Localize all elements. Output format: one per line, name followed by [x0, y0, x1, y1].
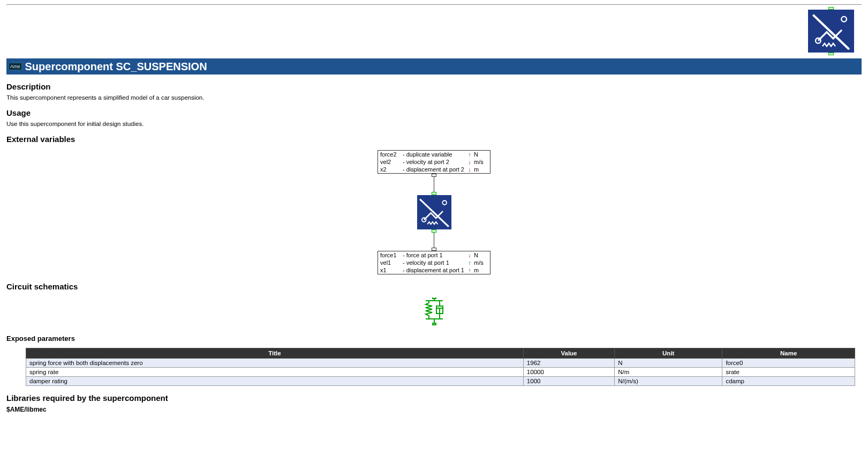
connector-line-icon	[434, 233, 434, 248]
port-connector-bottom-icon	[828, 53, 834, 55]
var-unit: m/s	[473, 159, 488, 165]
circuit-schematic-wrap	[6, 297, 862, 327]
table-row: spring force with both displacements zer…	[26, 359, 855, 368]
cell-value: 10000	[523, 368, 614, 377]
cell-title: spring force with both displacements zer…	[26, 359, 524, 368]
var-sep: -	[403, 259, 406, 266]
th-title: Title	[26, 348, 524, 359]
usage-heading: Usage	[6, 108, 862, 117]
th-value: Value	[523, 348, 614, 359]
var-box-bottom: force1- force at port 1↓Nvel1- velocity …	[378, 251, 490, 274]
cell-unit: N	[615, 359, 722, 368]
var-unit: N	[473, 252, 488, 258]
var-desc: duplicate variable	[406, 151, 466, 158]
cell-title: damper rating	[26, 377, 524, 386]
var-sep: -	[403, 159, 406, 165]
table-header-row: Title Value Unit Name	[26, 348, 855, 359]
direction-arrow-icon: ↑	[466, 267, 473, 273]
direction-arrow-icon: ↑	[466, 151, 473, 158]
var-name: force2	[380, 151, 403, 158]
page-title: Supercomponent SC_SUSPENSION	[25, 61, 207, 73]
var-unit: m	[473, 267, 488, 273]
var-unit: m/s	[473, 259, 488, 266]
title-bar: Ame Supercomponent SC_SUSPENSION	[6, 58, 862, 75]
var-row: x1- displacement at port 1↑m	[378, 266, 490, 274]
var-sep: -	[403, 267, 406, 273]
table-row: damper rating1000N/(m/s)cdamp	[26, 377, 855, 386]
var-desc: velocity at port 2	[406, 159, 466, 165]
cell-title: spring rate	[26, 368, 524, 377]
svg-rect-14	[433, 297, 436, 299]
var-unit: m	[473, 166, 488, 173]
var-unit: N	[473, 151, 488, 158]
direction-arrow-icon: ↑	[466, 259, 473, 266]
direction-arrow-icon: ↓	[466, 159, 473, 165]
cell-name: force0	[722, 359, 855, 368]
direction-arrow-icon: ↓	[466, 166, 473, 173]
cell-name: cdamp	[722, 377, 855, 386]
spring-damper-schematic-icon	[418, 297, 450, 327]
cell-name: srate	[722, 368, 855, 377]
th-name: Name	[722, 348, 855, 359]
var-desc: velocity at port 1	[406, 259, 466, 266]
var-name: x2	[380, 166, 403, 173]
th-unit: Unit	[615, 348, 722, 359]
library-entry: $AME/libmec	[6, 406, 862, 413]
connector-top	[432, 174, 436, 195]
var-row: force1- force at port 1↓N	[378, 251, 490, 259]
suspension-component-icon	[417, 195, 451, 229]
suspension-component-icon	[808, 10, 854, 53]
description-text: This supercomponent represents a simplif…	[6, 94, 862, 101]
var-sep: -	[403, 252, 406, 258]
description-heading: Description	[6, 82, 862, 91]
var-row: vel1- velocity at port 1↑m/s	[378, 259, 490, 266]
cell-unit: N/(m/s)	[615, 377, 722, 386]
component-icon-mid	[417, 195, 451, 229]
hero-icon-wrap	[6, 7, 862, 55]
connector-bottom	[432, 229, 436, 251]
top-rule	[6, 4, 862, 5]
cell-unit: N/m	[615, 368, 722, 377]
var-desc: displacement at port 1	[406, 267, 466, 273]
var-name: force1	[380, 252, 403, 258]
var-row: vel2- velocity at port 2↓m/s	[378, 158, 490, 166]
connector-line-icon	[434, 177, 434, 192]
var-box-top: force2- duplicate variable↑Nvel2- veloci…	[378, 150, 490, 174]
exposed-parameters-table: Title Value Unit Name spring force with …	[26, 348, 855, 386]
var-desc: force at port 1	[406, 252, 466, 258]
extvar-heading: External variables	[6, 135, 862, 144]
cell-value: 1000	[523, 377, 614, 386]
hero-icon	[807, 7, 855, 55]
direction-arrow-icon: ↓	[466, 252, 473, 258]
var-name: x1	[380, 267, 403, 273]
usage-text: Use this supercomponent for initial desi…	[6, 121, 862, 127]
var-row: x2- displacement at port 2↓m	[378, 166, 490, 173]
params-heading: Exposed parameters	[6, 334, 862, 343]
table-row: spring rate10000N/msrate	[26, 368, 855, 377]
var-sep: -	[403, 166, 406, 173]
circuit-heading: Circuit schematics	[6, 282, 862, 291]
libs-heading: Libraries required by the supercomponent	[6, 393, 862, 403]
var-name: vel2	[380, 159, 403, 165]
ame-tag-icon: Ame	[9, 63, 22, 70]
cell-value: 1962	[523, 359, 614, 368]
var-row: force2- duplicate variable↑N	[378, 151, 490, 158]
external-variables-diagram: force2- duplicate variable↑Nvel2- veloci…	[6, 150, 862, 274]
svg-rect-15	[433, 323, 436, 325]
var-sep: -	[403, 151, 406, 158]
var-name: vel1	[380, 259, 403, 266]
var-desc: displacement at port 2	[406, 166, 466, 173]
